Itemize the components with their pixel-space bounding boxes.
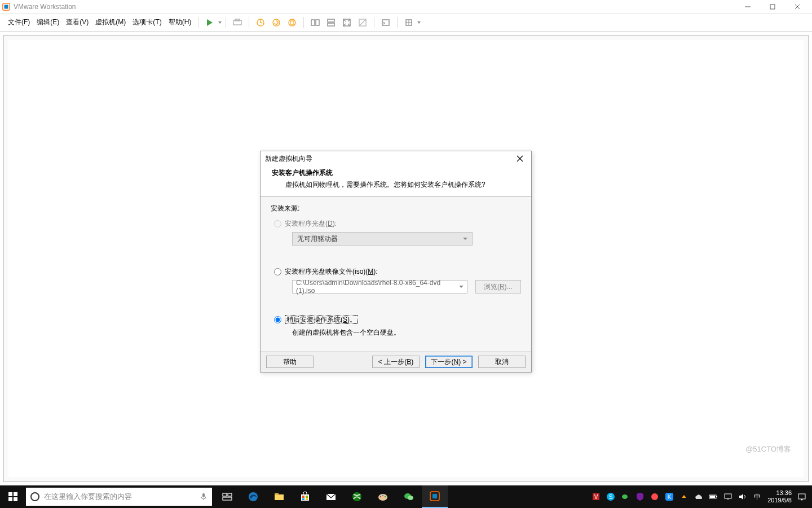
stretch-dropdown-icon[interactable] <box>417 20 421 25</box>
snapshot-revert-button[interactable] <box>270 16 283 29</box>
menu-file[interactable]: 文件(F) <box>5 17 33 27</box>
svg-point-50 <box>408 496 413 500</box>
windows-logo-icon <box>8 492 17 501</box>
install-source-label: 安装来源: <box>271 204 521 213</box>
console-view-button[interactable] <box>379 16 392 29</box>
svg-marker-23 <box>417 21 421 24</box>
svg-marker-67 <box>739 494 743 500</box>
tray-clock[interactable]: 13:36 2019/5/8 <box>767 489 792 504</box>
menu-help[interactable]: 帮助(H) <box>165 17 195 27</box>
help-button[interactable]: 帮助 <box>266 356 314 368</box>
maximize-button[interactable] <box>760 0 785 14</box>
tray-security-icon[interactable] <box>636 492 645 501</box>
menu-edit[interactable]: 编辑(E) <box>33 17 63 27</box>
start-button[interactable] <box>0 485 26 508</box>
option-install-later-label: 稍后安装操作系统(S)。 <box>285 315 358 325</box>
svg-point-46 <box>380 496 381 497</box>
taskbar-xbox[interactable] <box>344 485 370 508</box>
cancel-button[interactable]: 取消 <box>478 356 526 368</box>
browse-button: 浏览(R)... <box>475 280 521 294</box>
send-ctrl-alt-del-button[interactable] <box>231 16 244 29</box>
taskbar-paint[interactable] <box>370 485 396 508</box>
option-installer-disc[interactable]: 安装程序光盘(D): <box>274 219 521 229</box>
svg-point-58 <box>651 493 658 500</box>
dialog-close-button[interactable] <box>513 152 527 165</box>
play-dropdown-icon[interactable] <box>218 20 222 25</box>
svg-text:V: V <box>594 494 598 500</box>
taskbar-wechat[interactable] <box>396 485 422 508</box>
tray-ime[interactable]: 中 <box>753 492 762 501</box>
tray-wechat-icon[interactable] <box>621 492 630 501</box>
view-side-by-side-button[interactable] <box>308 16 322 29</box>
drive-dropdown: 无可用驱动器 <box>292 232 473 246</box>
svg-rect-30 <box>202 493 205 497</box>
dialog-header-subtitle: 虚拟机如同物理机，需要操作系统。您将如何安装客户机操作系统? <box>285 180 520 190</box>
tray-network-icon[interactable] <box>723 492 732 501</box>
install-later-note: 创建的虚拟机将包含一个空白硬盘。 <box>292 328 521 338</box>
menu-view[interactable]: 查看(V) <box>63 17 92 27</box>
tray-volume-icon[interactable] <box>738 492 747 501</box>
back-button[interactable]: < 上一步(B) <box>372 356 420 368</box>
svg-rect-41 <box>302 498 304 500</box>
svg-rect-63 <box>716 496 717 497</box>
svg-rect-21 <box>382 20 389 25</box>
close-icon <box>517 155 523 162</box>
menubar: 文件(F) 编辑(E) 查看(V) 虚拟机(M) 选项卡(T) 帮助(H) <box>0 14 812 32</box>
svg-rect-28 <box>8 497 12 501</box>
svg-point-11 <box>273 19 280 26</box>
svg-text:S: S <box>609 494 613 500</box>
view-stacked-button[interactable] <box>324 16 338 29</box>
svg-rect-14 <box>311 20 315 25</box>
dialog-body: 安装来源: 安装程序光盘(D): 无可用驱动器 安装程序光盘映像文件(iso)(… <box>261 197 531 352</box>
dialog-title: 新建虚拟机向导 <box>265 154 312 164</box>
tray-time: 13:36 <box>767 489 792 497</box>
tray-action-center-icon[interactable] <box>797 492 806 501</box>
tray-onedrive-icon[interactable] <box>694 492 703 501</box>
next-button[interactable]: 下一步(N) > <box>425 356 473 368</box>
menu-tabs[interactable]: 选项卡(T) <box>129 17 165 27</box>
svg-point-57 <box>622 494 628 499</box>
taskbar-store[interactable] <box>292 485 318 508</box>
chevron-down-icon <box>459 286 464 288</box>
close-button[interactable] <box>785 0 810 14</box>
tray-app-icon[interactable]: V <box>592 492 601 501</box>
snapshot-take-button[interactable] <box>254 16 267 29</box>
taskbar-edge[interactable] <box>240 485 266 508</box>
taskbar-mail[interactable] <box>318 485 344 508</box>
microphone-icon[interactable] <box>200 493 208 501</box>
svg-rect-34 <box>223 497 232 500</box>
windows-taskbar: 在这里输入你要搜索的内容 V S K 中 13:36 2019/5/8 <box>0 485 812 508</box>
titlebar: VMware Workstation <box>0 0 812 14</box>
svg-rect-16 <box>328 19 334 22</box>
option-iso-image[interactable]: 安装程序光盘映像文件(iso)(M): <box>274 267 521 277</box>
tray-misc-icon[interactable] <box>650 492 659 501</box>
svg-rect-33 <box>228 493 232 496</box>
chevron-down-icon <box>463 238 467 240</box>
play-button[interactable] <box>203 16 217 29</box>
svg-marker-69 <box>801 499 803 501</box>
taskbar-file-explorer[interactable] <box>266 485 292 508</box>
task-view-button[interactable] <box>214 485 240 508</box>
taskbar-vmware[interactable] <box>422 485 448 508</box>
svg-point-48 <box>385 496 386 497</box>
iso-path-combobox[interactable]: C:\Users\admin\Downloads\rhel-8.0-x86_64… <box>292 280 467 294</box>
tray-k-icon[interactable]: K <box>665 492 674 501</box>
svg-rect-32 <box>223 493 227 496</box>
menu-vm[interactable]: 虚拟机(M) <box>92 17 129 27</box>
option-iso-image-label: 安装程序光盘映像文件(iso)(M): <box>285 267 378 277</box>
svg-point-47 <box>382 495 383 496</box>
fullscreen-button[interactable] <box>340 16 354 29</box>
stretch-guest-button[interactable] <box>402 16 416 29</box>
tray-caret-icon[interactable] <box>679 492 689 501</box>
unity-button[interactable] <box>356 16 369 29</box>
taskbar-search[interactable]: 在这里输入你要搜索的内容 <box>26 488 212 506</box>
tray-battery-icon[interactable] <box>709 492 718 501</box>
minimize-button[interactable] <box>735 0 760 14</box>
radio-iso-image[interactable] <box>274 268 281 275</box>
option-install-later[interactable]: 稍后安装操作系统(S)。 <box>274 315 521 325</box>
radio-install-later[interactable] <box>274 316 281 323</box>
tray-skype-icon[interactable]: S <box>606 492 615 501</box>
iso-path-value: C:\Users\admin\Downloads\rhel-8.0-x86_64… <box>296 279 459 295</box>
radio-installer-disc <box>274 220 281 227</box>
snapshot-manager-button[interactable] <box>285 16 299 29</box>
